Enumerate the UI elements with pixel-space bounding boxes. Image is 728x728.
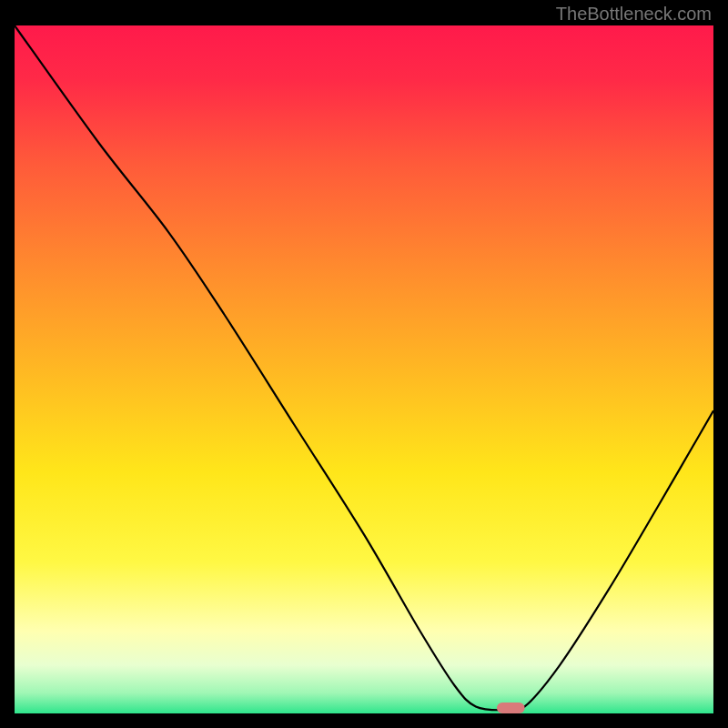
- highlight-marker: [497, 703, 525, 713]
- chart-container: [15, 25, 713, 713]
- watermark-text: TheBottleneck.com: [556, 4, 712, 25]
- chart-svg: [15, 25, 713, 713]
- gradient-background: [15, 25, 713, 713]
